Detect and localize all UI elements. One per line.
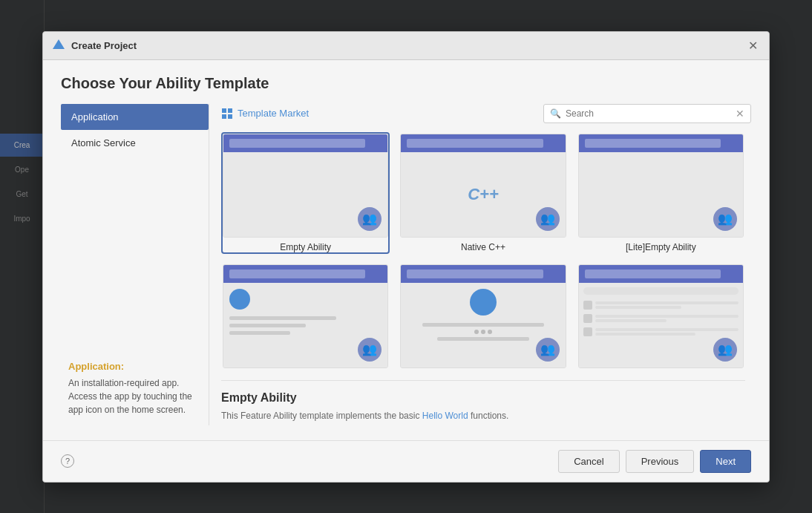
mock-list-item-6a xyxy=(583,299,739,311)
mock-line-5b xyxy=(437,337,528,341)
mock-circle-lg-5 xyxy=(470,289,497,316)
mock-list-item-6b xyxy=(583,313,739,324)
search-icon: 🔍 xyxy=(550,108,561,119)
mock-dot-5a xyxy=(474,330,479,334)
svg-rect-2 xyxy=(228,108,232,113)
mock-list-line-6ba xyxy=(595,315,739,318)
mock-line-4c xyxy=(229,331,290,335)
template-market-button[interactable]: Template Market xyxy=(221,108,309,120)
mock-list-line-6ab xyxy=(595,306,681,309)
nav-item-atomic-service[interactable]: Atomic Service xyxy=(61,130,209,156)
template-card-native-cpp[interactable]: C++ 👥 Native C++ xyxy=(399,132,567,254)
template-card-row2-3[interactable]: 👥 xyxy=(577,263,745,374)
template-card-label-lite: [Lite]Empty Ability xyxy=(626,242,696,252)
mock-list-lines-6b xyxy=(595,315,739,322)
mock-list-item-6c xyxy=(583,326,739,338)
svg-rect-4 xyxy=(228,114,232,119)
mock-line-4a xyxy=(229,316,336,320)
mock-search-bar-6 xyxy=(583,287,739,295)
mock-phone-icon-2: 👥 xyxy=(536,207,560,231)
template-card-label-empty: Empty Ability xyxy=(280,242,331,252)
mock-phone-icon-1: 👥 xyxy=(358,207,382,231)
template-card-image-r2-3: 👥 xyxy=(578,264,744,368)
mock-phone-top-6 xyxy=(579,265,743,283)
next-button[interactable]: Next xyxy=(700,450,751,473)
people-icon-1: 👥 xyxy=(362,212,377,226)
mock-list-line-6bb xyxy=(595,319,667,322)
description-title: Application: xyxy=(68,361,201,372)
mock-phone-top-5 xyxy=(401,265,565,283)
mock-phone-top-1 xyxy=(223,134,387,152)
mock-list-lines-6c xyxy=(595,328,739,336)
mock-list-line-6cb xyxy=(595,333,695,336)
template-card-label-cpp: Native C++ xyxy=(461,242,505,252)
mock-list-dot-6a xyxy=(583,301,592,310)
dialog-titlebar: Create Project ✕ xyxy=(43,32,769,60)
mock-dot-5c xyxy=(488,330,492,334)
mock-list-line-6ca xyxy=(595,328,739,331)
right-panel: Template Market 🔍 ✕ xyxy=(209,104,751,425)
mock-list-lines-6a xyxy=(595,301,739,309)
description-text: An installation-required app. Access the… xyxy=(68,376,201,416)
mock-line-4b xyxy=(229,324,306,327)
template-card-image-r2-2: 👥 xyxy=(400,264,566,368)
template-card-image-r2-1: 👥 xyxy=(223,264,388,368)
left-panel-description: Application: An installation-required ap… xyxy=(61,352,209,425)
close-button[interactable]: ✕ xyxy=(745,38,760,53)
dialog-content: Application Atomic Service Application: … xyxy=(61,104,751,425)
template-card-empty-ability[interactable]: 👥 Empty Ability xyxy=(221,132,390,254)
right-panel-header: Template Market 🔍 ✕ xyxy=(221,104,751,123)
desc-text-part3: functions. xyxy=(468,411,509,421)
template-card-row2-2[interactable]: 👥 xyxy=(399,263,567,374)
help-icon: ? xyxy=(61,454,74,468)
left-panel: Application Atomic Service Application: … xyxy=(61,104,209,425)
search-clear-icon[interactable]: ✕ xyxy=(736,108,744,120)
mock-list-dot-6c xyxy=(583,327,592,336)
people-icon-6: 👥 xyxy=(718,342,733,356)
help-button[interactable]: ? xyxy=(61,454,74,468)
search-input[interactable] xyxy=(566,108,736,119)
search-box: 🔍 ✕ xyxy=(543,104,751,123)
mock-phone-icon-3: 👥 xyxy=(713,207,737,231)
dialog-overlay: Create Project ✕ Choose Your Ability Tem… xyxy=(0,0,812,513)
dialog-title-text: Create Project xyxy=(71,40,137,51)
deveco-logo-icon xyxy=(52,39,65,52)
nav-item-application[interactable]: Application xyxy=(61,104,209,130)
template-grid: 👥 Empty Ability C++ xyxy=(221,132,745,374)
cpp-text: C++ xyxy=(468,185,499,204)
template-market-label: Template Market xyxy=(238,108,309,119)
people-icon-2: 👥 xyxy=(540,212,555,226)
svg-rect-3 xyxy=(222,114,226,119)
mock-dot-5b xyxy=(481,330,485,334)
template-card-lite-empty[interactable]: 👥 [Lite]Empty Ability xyxy=(577,132,745,254)
mock-list-dot-6b xyxy=(583,314,592,323)
mock-phone-icon-5: 👥 xyxy=(536,338,560,362)
previous-button[interactable]: Previous xyxy=(626,450,695,473)
desc-text-part1: This Feature Ability template implements… xyxy=(221,411,422,421)
mock-list-line-6aa xyxy=(595,301,739,304)
mock-circle-4 xyxy=(229,289,250,310)
mock-phone-top-4 xyxy=(223,265,387,283)
template-desc-text: This Feature Ability template implements… xyxy=(221,409,745,422)
template-card-image-lite: 👥 xyxy=(578,134,744,238)
dialog-title-left: Create Project xyxy=(52,39,137,52)
dialog-footer: ? Cancel Previous Next xyxy=(43,440,769,482)
template-market-icon xyxy=(221,108,233,120)
people-icon-3: 👥 xyxy=(718,212,733,226)
mock-phone-icon-6: 👥 xyxy=(713,338,737,362)
template-card-image-empty: 👥 xyxy=(223,134,388,238)
create-project-dialog: Create Project ✕ Choose Your Ability Tem… xyxy=(42,31,770,483)
mock-phone-top-3 xyxy=(579,134,743,152)
people-icon-4: 👥 xyxy=(362,342,377,356)
dialog-heading: Choose Your Ability Template xyxy=(61,75,751,92)
footer-buttons: Cancel Previous Next xyxy=(558,450,751,473)
svg-rect-1 xyxy=(222,108,226,113)
cancel-button[interactable]: Cancel xyxy=(558,450,619,473)
dialog-body: Choose Your Ability Template Application… xyxy=(43,60,769,440)
svg-marker-0 xyxy=(53,39,65,49)
mock-dots-row-5 xyxy=(474,330,492,334)
people-icon-5: 👥 xyxy=(540,342,555,356)
template-desc-title: Empty Ability xyxy=(221,391,745,405)
mock-phone-icon-4: 👥 xyxy=(358,338,382,362)
template-card-row2-1[interactable]: 👥 xyxy=(221,263,390,374)
